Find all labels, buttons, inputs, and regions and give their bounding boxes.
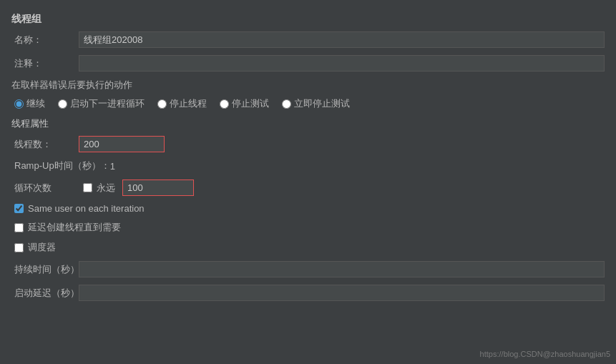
thread-count-label: 线程数：	[14, 138, 79, 151]
rampup-label: Ramp-Up时间（秒）：	[14, 159, 110, 172]
name-input[interactable]	[79, 31, 605, 48]
comment-input[interactable]	[79, 55, 605, 72]
thread-props-title: 线程属性	[11, 117, 605, 130]
radio-stop-thread-label: 停止线程	[170, 97, 207, 110]
radio-continue[interactable]: 继续	[14, 97, 45, 110]
loop-forever-checkbox[interactable]	[83, 183, 92, 192]
rampup-row: Ramp-Up时间（秒）： 1	[11, 159, 605, 172]
duration-input[interactable]	[79, 261, 605, 277]
radio-stop-thread[interactable]: 停止线程	[157, 97, 207, 110]
startup-delay-row: 启动延迟（秒）	[11, 285, 605, 301]
error-action-label: 在取样器错误后要执行的动作	[11, 79, 605, 92]
loop-forever-label: 永远	[97, 182, 115, 195]
rampup-value: 1	[110, 161, 115, 172]
thread-group-panel: 线程组 名称： 注释： 在取样器错误后要执行的动作 继续 启动下一进程循环 停止…	[0, 7, 616, 314]
scheduler-label: 调度器	[28, 241, 56, 254]
thread-count-row: 线程数：	[11, 136, 605, 152]
duration-row: 持续时间（秒）	[11, 261, 605, 277]
same-user-row[interactable]: Same user on each iteration	[11, 203, 605, 214]
radio-start-next[interactable]: 启动下一进程循环	[58, 97, 145, 110]
comment-label: 注释：	[14, 57, 79, 70]
loop-count-input[interactable]	[122, 179, 194, 196]
radio-start-next-label: 启动下一进程循环	[70, 97, 145, 110]
radio-continue-label: 继续	[26, 97, 45, 110]
watermark: https://blog.CSDN@zhaoshuangjian5	[480, 350, 610, 358]
same-user-checkbox[interactable]	[14, 204, 24, 213]
duration-label: 持续时间（秒）	[14, 263, 79, 276]
startup-delay-label: 启动延迟（秒）	[14, 287, 79, 300]
radio-stop-test-now-label: 立即停止测试	[294, 97, 350, 110]
delay-thread-checkbox[interactable]	[14, 223, 24, 232]
name-row: 名称：	[11, 31, 605, 48]
radio-stop-test-label: 停止测试	[232, 97, 269, 110]
radio-stop-test-now[interactable]: 立即停止测试	[282, 97, 350, 110]
error-action-radio-group: 继续 启动下一进程循环 停止线程 停止测试 立即停止测试	[11, 97, 605, 110]
scheduler-checkbox[interactable]	[14, 243, 24, 252]
startup-delay-input[interactable]	[79, 285, 605, 301]
delay-thread-label: 延迟创建线程直到需要	[28, 221, 121, 234]
panel-title: 线程组	[11, 13, 605, 26]
same-user-label: Same user on each iteration	[28, 203, 145, 214]
radio-stop-test[interactable]: 停止测试	[220, 97, 269, 110]
comment-row: 注释：	[11, 55, 605, 72]
thread-count-input[interactable]	[79, 136, 165, 152]
loop-label: 循环次数	[14, 182, 79, 195]
loop-count-row: 循环次数 永远	[11, 179, 605, 196]
name-label: 名称：	[14, 34, 79, 46]
scheduler-row[interactable]: 调度器	[11, 241, 605, 254]
delay-thread-row[interactable]: 延迟创建线程直到需要	[11, 221, 605, 234]
